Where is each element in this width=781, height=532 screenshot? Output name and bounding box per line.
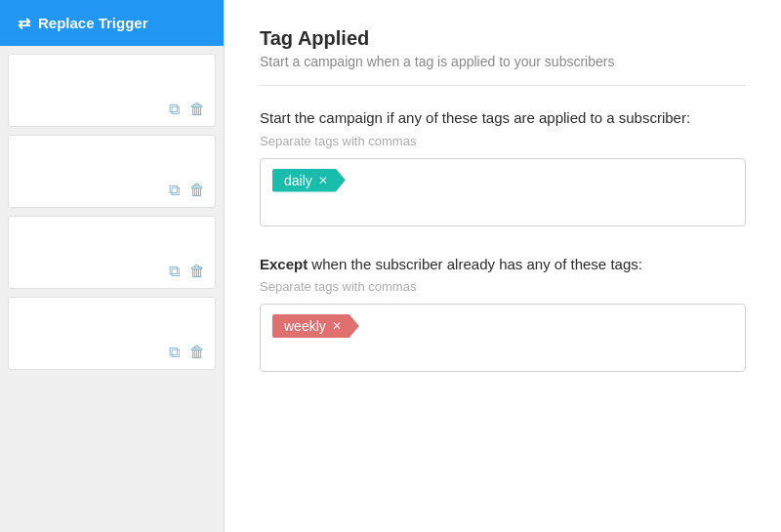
tag-weekly-close[interactable]: ✕ <box>332 319 342 333</box>
delete-icon-1[interactable]: 🗑 <box>189 101 205 118</box>
except-suffix: when the subscriber already has any of t… <box>308 256 642 272</box>
copy-icon-4[interactable]: ⧉ <box>169 344 180 361</box>
except-bold: Except <box>260 256 308 272</box>
sidebar-block-3: ⧉ 🗑 <box>8 216 216 289</box>
exclude-label: Except when the subscriber already has a… <box>260 254 746 276</box>
exclude-tag-input[interactable]: weekly ✕ <box>260 304 746 372</box>
include-hint: Separate tags with commas <box>260 134 746 148</box>
tag-daily[interactable]: daily ✕ <box>272 169 346 192</box>
delete-icon-3[interactable]: 🗑 <box>189 263 205 280</box>
replace-trigger-button[interactable]: ⇄ Replace Trigger <box>0 0 224 46</box>
replace-icon: ⇄ <box>18 14 30 32</box>
copy-icon-2[interactable]: ⧉ <box>169 182 180 199</box>
tag-daily-text: daily <box>284 173 312 188</box>
sidebar: ⇄ Replace Trigger ⧉ 🗑 ⧉ 🗑 ⧉ 🗑 ⧉ 🗑 <box>0 0 225 532</box>
delete-icon-2[interactable]: 🗑 <box>189 182 205 199</box>
replace-trigger-label: Replace Trigger <box>38 15 148 31</box>
page-title: Tag Applied <box>260 27 746 50</box>
sidebar-block-4: ⧉ 🗑 <box>8 297 216 370</box>
tag-daily-close[interactable]: ✕ <box>318 174 328 187</box>
page-subtitle: Start a campaign when a tag is applied t… <box>260 54 746 69</box>
main-content: Tag Applied Start a campaign when a tag … <box>225 0 781 532</box>
tag-weekly[interactable]: weekly ✕ <box>272 314 359 338</box>
copy-icon-1[interactable]: ⧉ <box>169 101 180 118</box>
section-exclude: Except when the subscriber already has a… <box>260 254 746 373</box>
copy-icon-3[interactable]: ⧉ <box>169 263 180 280</box>
sidebar-block-2: ⧉ 🗑 <box>8 135 216 208</box>
sidebar-block-1: ⧉ 🗑 <box>8 54 216 127</box>
tag-weekly-text: weekly <box>284 318 326 334</box>
divider <box>260 85 746 86</box>
section-include: Start the campaign if any of these tags … <box>260 107 746 226</box>
include-tag-input[interactable]: daily ✕ <box>260 158 746 226</box>
exclude-hint: Separate tags with commas <box>260 279 746 294</box>
delete-icon-4[interactable]: 🗑 <box>189 344 205 361</box>
include-label: Start the campaign if any of these tags … <box>260 107 746 130</box>
